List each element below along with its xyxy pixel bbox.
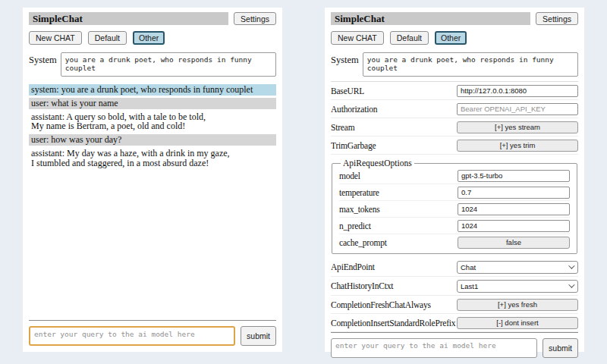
model-label: model bbox=[339, 171, 360, 180]
divider bbox=[29, 320, 276, 321]
n-predict-label: n_predict bbox=[339, 221, 371, 231]
setting-row-chat-history: ChatHistoryInCtxt Last1 bbox=[331, 277, 578, 296]
api-endpoint-label: ApiEndPoint bbox=[331, 262, 375, 271]
session-tab-other[interactable]: Other bbox=[133, 31, 165, 45]
system-prompt-row: System you are a drunk poet, who respond… bbox=[29, 52, 276, 77]
app-title: SimpleChat bbox=[331, 12, 530, 25]
session-tab-default[interactable]: Default bbox=[88, 31, 127, 45]
setting-row-fresh-chat: CompletionFreshChatAlways [+] yes fresh bbox=[331, 296, 578, 314]
desktop-background: SimpleChat Settings New CHAT Default Oth… bbox=[0, 0, 607, 364]
app-title: SimpleChat bbox=[29, 12, 228, 25]
settings-list: BaseURL Authorization Stream [+] yes str… bbox=[331, 81, 578, 332]
new-chat-button[interactable]: New CHAT bbox=[331, 31, 384, 45]
setting-row-model: model bbox=[339, 168, 570, 184]
setting-row-stream: Stream [+] yes stream bbox=[331, 118, 578, 136]
api-endpoint-selected-value: Chat bbox=[461, 263, 476, 271]
api-request-options-legend: ApiRequestOptions bbox=[341, 158, 414, 168]
setting-row-n-predict: n_predict bbox=[339, 218, 570, 234]
chat-history-select[interactable]: Last1 bbox=[457, 280, 578, 293]
authorization-label: Authorization bbox=[331, 105, 377, 114]
chat-history-selected-value: Last1 bbox=[461, 282, 478, 290]
fresh-chat-label: CompletionFreshChatAlways bbox=[331, 300, 431, 309]
max-tokens-label: max_tokens bbox=[339, 205, 380, 214]
session-tab-default[interactable]: Default bbox=[390, 31, 429, 45]
new-chat-button[interactable]: New CHAT bbox=[29, 31, 82, 45]
role-prefix-toggle-button[interactable]: [-] dont insert bbox=[457, 317, 578, 329]
baseurl-label: BaseURL bbox=[331, 86, 364, 96]
model-input[interactable] bbox=[458, 170, 570, 182]
settings-button[interactable]: Settings bbox=[536, 12, 578, 25]
api-endpoint-select[interactable]: Chat bbox=[457, 261, 578, 274]
settings-view-panel: SimpleChat Settings New CHAT Default Oth… bbox=[325, 8, 584, 352]
system-label: System bbox=[29, 52, 57, 66]
stream-toggle-button[interactable]: [+] yes stream bbox=[457, 121, 578, 133]
chevron-down-icon bbox=[568, 281, 574, 287]
header: SimpleChat Settings bbox=[331, 12, 578, 25]
setting-row-temperature: temperature bbox=[339, 184, 570, 201]
max-tokens-input[interactable] bbox=[458, 203, 570, 215]
chevron-down-icon bbox=[568, 262, 574, 268]
n-predict-input[interactable] bbox=[458, 220, 570, 232]
chat-message-assistant: assistant: My day was a haze, with a dri… bbox=[29, 148, 276, 169]
setting-row-trimgarbage: TrimGarbage [+] yes trim bbox=[331, 136, 578, 155]
temperature-input[interactable] bbox=[458, 187, 570, 199]
system-prompt-input[interactable]: you are a drunk poet, who responds in fu… bbox=[61, 52, 276, 77]
api-request-options-group: ApiRequestOptions model temperature max_… bbox=[332, 158, 577, 254]
trimgarbage-toggle-button[interactable]: [+] yes trim bbox=[457, 140, 578, 152]
cache-prompt-toggle-button[interactable]: false bbox=[458, 237, 570, 249]
session-toolbar: New CHAT Default Other bbox=[29, 31, 276, 45]
system-label: System bbox=[331, 52, 359, 66]
query-bar: submit bbox=[29, 320, 276, 346]
temperature-label: temperature bbox=[339, 188, 379, 197]
stream-label: Stream bbox=[331, 123, 354, 132]
submit-button[interactable]: submit bbox=[241, 326, 276, 346]
settings-button[interactable]: Settings bbox=[234, 12, 276, 25]
fresh-chat-toggle-button[interactable]: [+] yes fresh bbox=[457, 299, 578, 311]
query-input[interactable] bbox=[29, 326, 235, 346]
chat-message-user: user: how was your day? bbox=[29, 134, 276, 146]
cache-prompt-label: cache_prompt bbox=[339, 238, 387, 247]
role-prefix-label: CompletionInsertStandardRolePrefix bbox=[331, 318, 455, 328]
session-toolbar: New CHAT Default Other bbox=[331, 31, 578, 45]
session-tab-other[interactable]: Other bbox=[435, 31, 467, 45]
setting-row-role-prefix: CompletionInsertStandardRolePrefix [-] d… bbox=[331, 314, 578, 332]
setting-row-baseurl: BaseURL bbox=[331, 82, 578, 100]
setting-row-authorization: Authorization bbox=[331, 100, 578, 118]
trimgarbage-label: TrimGarbage bbox=[331, 141, 376, 150]
authorization-input[interactable] bbox=[457, 103, 578, 115]
divider bbox=[331, 332, 578, 333]
setting-row-api-endpoint: ApiEndPoint Chat bbox=[331, 258, 578, 277]
system-prompt-input[interactable]: you are a drunk poet, who responds in fu… bbox=[363, 52, 578, 77]
chat-view-panel: SimpleChat Settings New CHAT Default Oth… bbox=[23, 8, 282, 352]
system-prompt-row: System you are a drunk poet, who respond… bbox=[331, 52, 578, 77]
query-input[interactable] bbox=[331, 338, 537, 358]
setting-row-cache-prompt: cache_prompt false bbox=[339, 234, 570, 250]
submit-button[interactable]: submit bbox=[543, 338, 578, 358]
baseurl-input[interactable] bbox=[457, 85, 578, 97]
query-bar: submit bbox=[331, 332, 578, 358]
chat-message-system: system: you are a drunk poet, who respon… bbox=[29, 84, 276, 96]
chat-message-assistant: assistant: A query so bold, with a tale … bbox=[29, 111, 276, 133]
chat-message-user: user: what is your name bbox=[29, 98, 276, 109]
chat-history-label: ChatHistoryInCtxt bbox=[331, 281, 393, 290]
header: SimpleChat Settings bbox=[29, 12, 276, 25]
setting-row-max-tokens: max_tokens bbox=[339, 201, 570, 218]
chat-message-list: system: you are a drunk poet, who respon… bbox=[29, 84, 276, 171]
